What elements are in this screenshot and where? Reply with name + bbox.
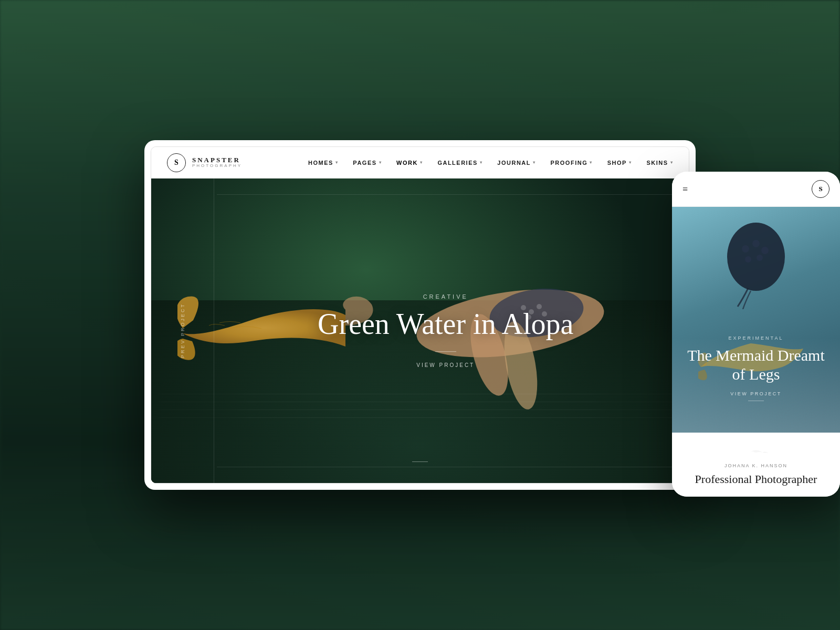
mobile-view-line (748, 401, 764, 401)
nav-chevron: ▾ (629, 160, 632, 165)
nav-work[interactable]: WORK ▾ (396, 160, 423, 166)
water-lines (151, 388, 689, 430)
mobile-footer: JOHANA K. HANSON Professional Photograph… (672, 433, 840, 497)
desktop-nav: S SNAPSTER PHOTOGRAPHY HOMES ▾ PAGES ▾ (151, 147, 689, 178)
nav-chevron: ▾ (420, 160, 423, 165)
logo-text: SNAPSTER PHOTOGRAPHY (192, 156, 242, 169)
nav-journal[interactable]: JOURNAL ▾ (497, 160, 536, 166)
mobile-view-project[interactable]: VIEW PROJECT (682, 391, 830, 396)
nav-skins[interactable]: SKINS ▾ (646, 160, 673, 166)
svg-point-13 (745, 256, 751, 262)
hero-text-block: CREATIVE Green Water in Alopa VIEW PROJE… (318, 293, 573, 368)
mobile-logo[interactable]: S (812, 180, 830, 198)
nav-chevron: ▾ (533, 160, 536, 165)
logo-subtitle: PHOTOGRAPHY (192, 164, 242, 169)
mobile-mockup: ≡ S (672, 172, 840, 497)
desktop-inner: S SNAPSTER PHOTOGRAPHY HOMES ▾ PAGES ▾ (151, 146, 689, 484)
svg-point-11 (752, 240, 760, 247)
hero-area: PREV PROJECT CREATIVE Green Water in Alo… (151, 178, 689, 483)
mobile-title: The Mermaid Dreamt of Legs (682, 346, 830, 384)
svg-point-12 (761, 247, 769, 254)
water-line-2 (151, 402, 689, 402)
logo-area[interactable]: S SNAPSTER PHOTOGRAPHY (167, 153, 242, 172)
mobile-logo-letter: S (818, 185, 822, 193)
hero-title-divider (435, 351, 456, 352)
nav-galleries[interactable]: GALLERIES ▾ (437, 160, 482, 166)
water-line-1 (151, 394, 689, 394)
mobile-footer-logo (743, 443, 769, 459)
hamburger-icon[interactable]: ≡ (682, 184, 688, 195)
nav-chevron: ▾ (670, 160, 674, 165)
nav-homes[interactable]: HOMES ▾ (308, 160, 338, 166)
view-project-link[interactable]: VIEW PROJECT (318, 362, 573, 368)
desktop-mockup: S SNAPSTER PHOTOGRAPHY HOMES ▾ PAGES ▾ (144, 140, 696, 490)
svg-point-9 (727, 223, 785, 291)
hero-bottom-decoration (412, 461, 428, 462)
nav-shop[interactable]: SHOP ▾ (607, 160, 632, 166)
hero-category: CREATIVE (318, 293, 573, 300)
nav-links: HOMES ▾ PAGES ▾ WORK ▾ GALLERIES ▾ (308, 160, 673, 166)
nav-pages[interactable]: PAGES ▾ (353, 160, 382, 166)
logo-title: SNAPSTER (192, 156, 242, 164)
nav-chevron: ▾ (590, 160, 593, 165)
nav-proofing[interactable]: PROOFING ▾ (551, 160, 593, 166)
hero-bottom-line-decor (217, 467, 689, 467)
mobile-nav: ≡ S (672, 172, 840, 207)
hero-title: Green Water in Alopa (318, 308, 573, 341)
svg-point-10 (742, 245, 749, 253)
hero-top-line (217, 194, 689, 195)
prev-project-sidebar[interactable]: PREV PROJECT (151, 178, 214, 483)
svg-point-14 (757, 255, 763, 261)
water-line-4 (151, 417, 689, 418)
nav-chevron: ▾ (335, 160, 339, 165)
content-wrapper: S SNAPSTER PHOTOGRAPHY HOMES ▾ PAGES ▾ (105, 140, 735, 490)
photographer-name: JOHANA K. HANSON (724, 463, 788, 468)
mobile-hero: EXPERIMENTAL The Mermaid Dreamt of Legs … (672, 207, 840, 433)
nav-chevron: ▾ (379, 160, 382, 165)
prev-project-label: PREV PROJECT (180, 303, 185, 358)
nav-chevron: ▾ (480, 160, 483, 165)
water-line-3 (151, 410, 689, 410)
mobile-category: EXPERIMENTAL (682, 335, 830, 341)
photographer-title: Professional Photographer (695, 472, 817, 486)
mobile-text-overlay: EXPERIMENTAL The Mermaid Dreamt of Legs … (672, 335, 840, 401)
logo-circle: S (167, 153, 186, 172)
mobile-figure (722, 220, 790, 309)
logo-letter: S (174, 159, 178, 167)
